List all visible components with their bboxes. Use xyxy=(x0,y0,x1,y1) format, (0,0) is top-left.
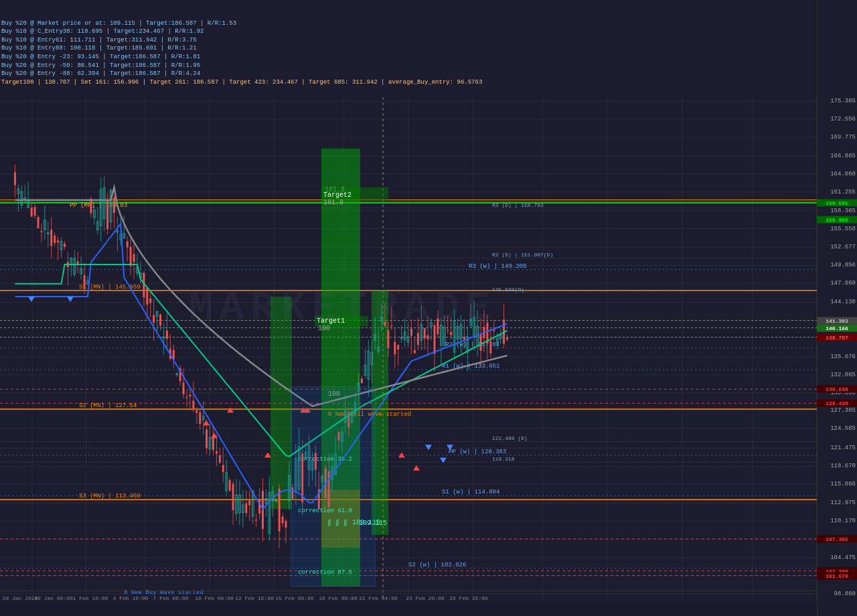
time-label: 21 Feb 04:00 xyxy=(359,595,398,601)
price-label: 155.558 xyxy=(830,226,856,232)
buy-line: Buy %10 @ Entry61: 111.711 | Target:311.… xyxy=(1,36,482,45)
price-label: 166.865 xyxy=(830,153,856,159)
price-label: 135.676 xyxy=(830,354,856,360)
price-highlight-label: 159.591 xyxy=(817,199,857,206)
time-label: 23 Feb 20:00 xyxy=(406,595,445,601)
price-highlight-label: 140.166 xyxy=(817,324,857,331)
price-highlight-label: 141.303 xyxy=(817,317,857,324)
price-label: 127.365 xyxy=(830,407,856,414)
chart-title xyxy=(1,1,482,11)
time-label: 10 Feb 00:00 xyxy=(195,595,234,601)
price-label: 132.865 xyxy=(830,372,856,378)
price-highlight-label: 101.670 xyxy=(817,572,857,579)
price-highlight-label: 107.365 xyxy=(817,535,857,542)
price-label: 110.170 xyxy=(830,518,856,524)
buy-line: Buy %20 @ Entry -88: 62.394 | Target:186… xyxy=(1,70,482,78)
price-label: 121.475 xyxy=(830,445,856,451)
price-highlight-label: 138.707 xyxy=(817,333,857,341)
time-label: 30 Jan 00:00 xyxy=(34,595,73,601)
time-label: 1 Feb 16:00 xyxy=(73,595,108,601)
time-label: 18 Feb 00:00 xyxy=(319,595,358,601)
price-label: 175.365 xyxy=(830,98,856,104)
price-label: 104.475 xyxy=(830,554,856,561)
buy-line: Buy %10 @ Entry88: 100.118 | Target:185.… xyxy=(1,44,482,53)
price-label: 144.130 xyxy=(830,299,856,305)
price-label: 172.556 xyxy=(830,116,856,123)
chart-container: MARKETRADE Buy %20 @ Market price or at:… xyxy=(0,0,857,616)
price-label: 118.670 xyxy=(830,463,856,469)
time-label: 4 Feb 16:00 xyxy=(113,595,149,601)
time-scale: 28 Jan 202430 Jan 00:001 Feb 16:004 Feb … xyxy=(0,591,817,603)
time-label: 7 Feb 08:00 xyxy=(153,595,189,601)
time-label: 26 Feb 16:00 xyxy=(449,595,488,601)
price-scale: 175.365172.556169.775166.865164.060161.2… xyxy=(817,0,857,616)
time-label: 28 Jan 2024 xyxy=(3,595,38,601)
price-label: 98.860 xyxy=(834,591,856,597)
target-line: Target100 | 138.707 | Set 161: 156.996 |… xyxy=(1,78,482,87)
time-label: 12 Feb 16:00 xyxy=(235,595,274,601)
price-label: 169.775 xyxy=(830,134,856,141)
price-label: 158.365 xyxy=(830,208,856,214)
price-label: 124.565 xyxy=(830,425,856,432)
price-label: 147.060 xyxy=(830,280,856,287)
price-label: 152.677 xyxy=(830,244,856,250)
buy-line: Buy %10 @ C_Entry38: 118.695 | Target:23… xyxy=(1,27,482,36)
price-highlight-label: 156.996 xyxy=(817,216,857,223)
top-info: Buy %20 @ Market price or at: 109.115 | … xyxy=(1,1,482,86)
buy-line: Buy %20 @ Entry -23: 93.145 | Target:186… xyxy=(1,53,482,62)
price-label: 112.975 xyxy=(830,499,856,506)
time-info xyxy=(1,11,482,19)
price-label: 164.060 xyxy=(830,171,856,177)
buy-line: Buy %20 @ Market price or at: 109.115 | … xyxy=(1,19,482,28)
price-label: 115.866 xyxy=(830,481,856,487)
watermark: MARKETRADE xyxy=(189,285,497,331)
price-label: 149.856 xyxy=(830,262,856,268)
price-label: 161.255 xyxy=(830,189,856,196)
price-highlight-label: 128.439 xyxy=(817,400,857,407)
time-label: 15 Feb 08:00 xyxy=(275,595,314,601)
buy-line: Buy %20 @ Entry -50: 80.541 | Target:186… xyxy=(1,62,482,70)
price-highlight-label: 130.638 xyxy=(817,386,857,393)
